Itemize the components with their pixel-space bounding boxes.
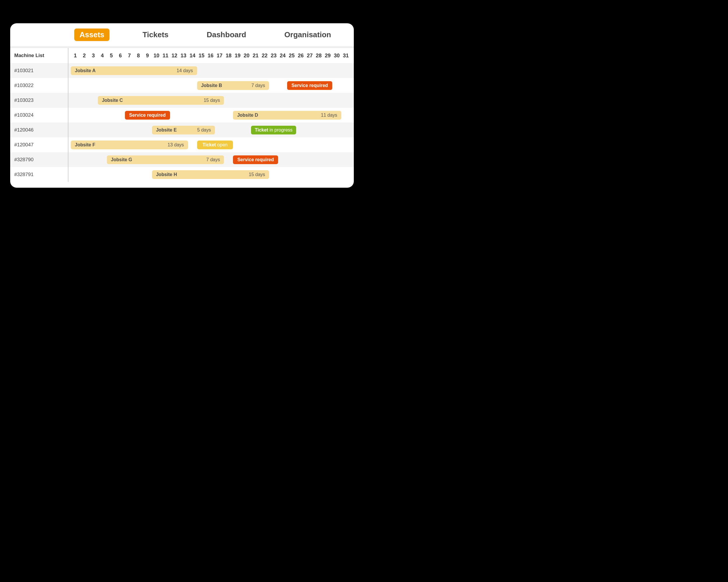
tab-tickets[interactable]: Tickets	[137, 29, 174, 41]
machine-list-column: Machine List #103021#103022#103023#10302…	[10, 48, 69, 182]
day-header: 15	[197, 53, 206, 59]
day-header: 26	[296, 53, 305, 59]
timeline-column: 1234567891011121314151617181920212223242…	[69, 48, 354, 182]
gantt-row: Jobsite A14 days	[69, 63, 354, 78]
jobsite-bar[interactable]: Jobsite G7 days	[107, 156, 224, 164]
day-header: 20	[242, 53, 251, 59]
gantt-row: Jobsite E5 daysTicket in progress	[69, 122, 354, 137]
machine-id[interactable]: #120047	[10, 137, 68, 152]
day-header: 1	[71, 53, 80, 59]
machine-id[interactable]: #103024	[10, 108, 68, 122]
day-header: 5	[107, 53, 116, 59]
tab-assets[interactable]: Assets	[74, 29, 109, 41]
service-required-bar[interactable]: Service required	[287, 81, 332, 90]
day-header: 9	[143, 53, 152, 59]
service-required-bar[interactable]: Service required	[233, 156, 278, 164]
tab-organisation[interactable]: Organisation	[279, 29, 336, 41]
ticket-label: Ticket open	[202, 142, 228, 147]
jobsite-bar[interactable]: Jobsite E5 days	[152, 126, 215, 134]
jobsite-bar[interactable]: Jobsite B7 days	[197, 81, 269, 90]
day-header: 23	[269, 53, 278, 59]
machine-id[interactable]: #103021	[10, 63, 68, 78]
day-header: 4	[98, 53, 107, 59]
jobsite-duration: 15 days	[249, 172, 265, 177]
machine-id[interactable]: #103022	[10, 78, 68, 93]
jobsite-duration: 7 days	[251, 83, 265, 88]
machine-id[interactable]: #328790	[10, 152, 68, 167]
day-header: 16	[206, 53, 215, 59]
day-header: 8	[134, 53, 143, 59]
day-header: 14	[188, 53, 197, 59]
tab-dashboard[interactable]: Dashboard	[202, 29, 252, 41]
day-header: 18	[224, 53, 233, 59]
day-header: 30	[332, 53, 341, 59]
day-header-row: 1234567891011121314151617181920212223242…	[69, 48, 354, 63]
jobsite-bar[interactable]: Jobsite C15 days	[98, 96, 224, 105]
tab-bar: AssetsTicketsDashboardOrganisation	[10, 23, 354, 48]
day-header: 28	[314, 53, 323, 59]
day-header: 12	[170, 53, 179, 59]
day-header: 29	[323, 53, 332, 59]
jobsite-label: Jobsite D	[237, 113, 258, 118]
day-header: 11	[161, 53, 170, 59]
app-window: AssetsTicketsDashboardOrganisation Machi…	[10, 23, 354, 188]
day-header: 24	[278, 53, 287, 59]
day-header: 3	[89, 53, 98, 59]
jobsite-duration: 14 days	[177, 68, 193, 73]
jobsite-bar[interactable]: Jobsite A14 days	[71, 66, 197, 75]
gantt-row: Jobsite C15 days	[69, 93, 354, 108]
gantt-row: Jobsite G7 daysService required	[69, 152, 354, 167]
jobsite-bar[interactable]: Jobsite F13 days	[71, 141, 188, 149]
jobsite-duration: 5 days	[197, 128, 211, 133]
day-header: 7	[125, 53, 134, 59]
schedule-grid: Machine List #103021#103022#103023#10302…	[10, 48, 354, 182]
day-header: 17	[215, 53, 224, 59]
day-header: 13	[179, 53, 188, 59]
day-header: 19	[233, 53, 242, 59]
jobsite-label: Jobsite E	[156, 128, 177, 133]
gantt-row: Jobsite F13 daysTicket open	[69, 137, 354, 152]
jobsite-label: Jobsite H	[156, 172, 177, 177]
gantt-row: Service requiredJobsite D11 days	[69, 108, 354, 122]
jobsite-label: Jobsite G	[111, 157, 132, 162]
jobsite-duration: 15 days	[204, 98, 220, 103]
machine-id[interactable]: #103023	[10, 93, 68, 108]
day-header: 27	[305, 53, 314, 59]
machine-id[interactable]: #328791	[10, 167, 68, 182]
ticket-label: Ticket in progress	[255, 128, 293, 133]
day-header: 21	[251, 53, 260, 59]
ticket-open-bar[interactable]: Ticket open	[197, 141, 233, 149]
jobsite-label: Jobsite B	[201, 83, 222, 88]
jobsite-bar[interactable]: Jobsite D11 days	[233, 111, 341, 119]
jobsite-label: Jobsite A	[75, 68, 96, 73]
jobsite-duration: 13 days	[168, 142, 184, 147]
day-header: 6	[116, 53, 125, 59]
jobsite-label: Jobsite F	[75, 142, 95, 147]
machine-list-header: Machine List	[10, 48, 68, 63]
jobsite-label: Jobsite C	[102, 98, 123, 103]
gantt-row: Jobsite H15 days	[69, 167, 354, 182]
day-header: 10	[152, 53, 161, 59]
gantt-row: Jobsite B7 daysService required	[69, 78, 354, 93]
jobsite-duration: 11 days	[321, 113, 337, 118]
day-header: 25	[287, 53, 296, 59]
machine-id[interactable]: #120046	[10, 122, 68, 137]
service-required-bar[interactable]: Service required	[125, 111, 170, 119]
day-header: 2	[80, 53, 89, 59]
day-header: 22	[260, 53, 269, 59]
ticket-in-progress-bar[interactable]: Ticket in progress	[251, 126, 296, 134]
day-header: 31	[341, 53, 350, 59]
jobsite-bar[interactable]: Jobsite H15 days	[152, 170, 269, 179]
jobsite-duration: 7 days	[206, 157, 220, 162]
